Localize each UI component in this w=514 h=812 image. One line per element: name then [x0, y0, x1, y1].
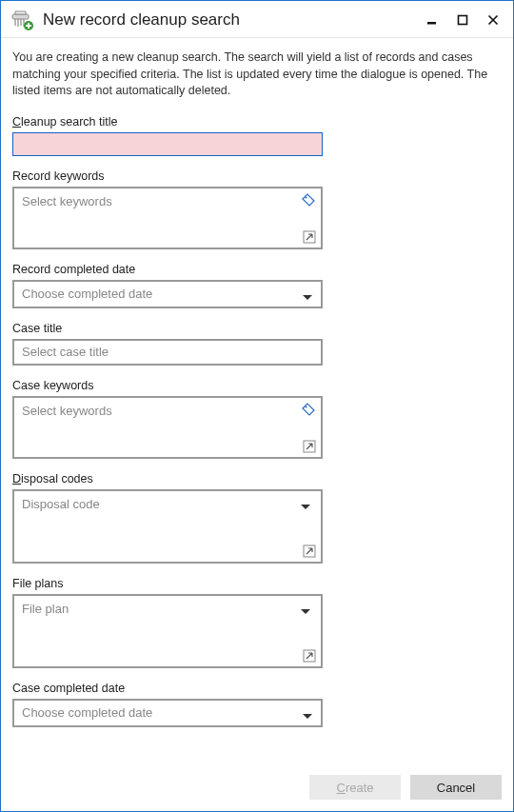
svg-point-12 [306, 196, 307, 198]
window-controls [425, 13, 504, 27]
titlebar: New record cleanup search [1, 1, 513, 37]
record-completed-label: Record completed date [12, 263, 502, 276]
record-completed-placeholder: Choose completed date [22, 287, 302, 301]
case-keywords-placeholder: Select keywords [22, 404, 112, 418]
case-title-group: Case title [12, 322, 502, 366]
cleanup-title-group: Cleanup search title [12, 115, 502, 156]
dialog-window: New record cleanup search You are creati… [0, 0, 514, 812]
svg-rect-8 [427, 22, 436, 25]
case-title-input[interactable] [12, 339, 323, 366]
record-keywords-input[interactable]: Select keywords [12, 187, 323, 249]
expand-icon[interactable] [303, 649, 316, 663]
expand-icon[interactable] [303, 545, 316, 558]
record-completed-group: Record completed date Choose completed d… [12, 263, 502, 308]
file-plans-label: File plans [12, 577, 502, 590]
cancel-button[interactable]: Cancel [410, 775, 502, 800]
case-completed-combo[interactable]: Choose completed date [12, 699, 323, 727]
case-completed-placeholder: Choose completed date [22, 705, 302, 720]
record-keywords-label: Record keywords [12, 169, 502, 183]
record-completed-combo[interactable]: Choose completed date [12, 280, 323, 308]
chevron-down-icon [302, 709, 313, 717]
svg-rect-9 [459, 16, 467, 25]
disposal-codes-input[interactable]: Disposal code [12, 489, 323, 564]
dialog-footer: Create Cancel [1, 765, 513, 811]
case-keywords-input[interactable]: Select keywords [12, 396, 323, 459]
minimize-icon[interactable] [425, 13, 439, 27]
window-title: New record cleanup search [43, 10, 416, 30]
close-icon[interactable] [486, 13, 500, 27]
record-keywords-placeholder: Select keywords [22, 194, 112, 208]
shredder-plus-icon [10, 9, 33, 31]
case-keywords-label: Case keywords [12, 379, 502, 392]
expand-icon[interactable] [303, 440, 316, 453]
case-completed-label: Case completed date [12, 682, 502, 695]
tag-icon[interactable] [302, 403, 315, 416]
case-title-label: Case title [12, 322, 502, 335]
file-plans-placeholder: File plan [22, 602, 69, 616]
create-button[interactable]: Create [309, 775, 401, 800]
chevron-down-icon[interactable] [300, 604, 311, 612]
chevron-down-icon [302, 290, 313, 298]
chevron-down-icon[interactable] [300, 500, 311, 507]
disposal-codes-placeholder: Disposal code [22, 497, 100, 511]
disposal-codes-group: Disposal codes Disposal code [12, 472, 502, 564]
description-text: You are creating a new cleanup search. T… [12, 50, 502, 100]
file-plans-input[interactable]: File plan [12, 594, 323, 668]
record-keywords-group: Record keywords Select keywords [12, 169, 502, 249]
case-keywords-group: Case keywords Select keywords [12, 379, 502, 459]
svg-point-14 [306, 406, 307, 407]
maximize-icon[interactable] [456, 13, 469, 27]
disposal-codes-label: Disposal codes [12, 472, 502, 485]
tag-icon[interactable] [302, 193, 315, 207]
dialog-content: You are creating a new cleanup search. T… [1, 38, 513, 765]
file-plans-group: File plans File plan [12, 577, 502, 668]
expand-icon[interactable] [303, 230, 316, 244]
cleanup-title-label: Cleanup search title [12, 115, 502, 129]
svg-rect-0 [12, 14, 29, 19]
cleanup-title-input[interactable] [12, 132, 323, 156]
case-completed-group: Case completed date Choose completed dat… [12, 682, 502, 727]
